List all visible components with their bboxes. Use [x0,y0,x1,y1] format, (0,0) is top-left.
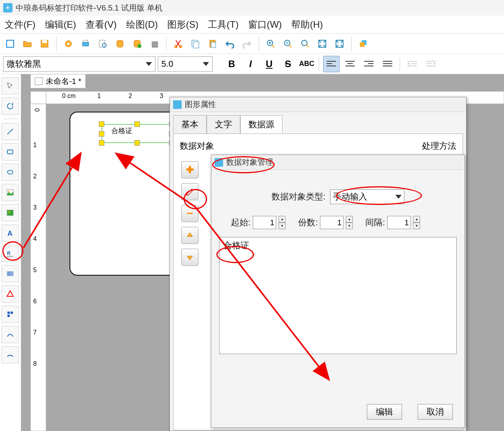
spin-down[interactable]: ▼ [346,223,353,229]
bold-button[interactable]: B [223,56,240,72]
database-refresh-button[interactable] [130,37,144,51]
menu-edit[interactable]: 编辑(E) [45,18,76,31]
resize-handle[interactable] [134,121,140,127]
underline-button[interactable]: U [261,56,277,72]
svg-point-30 [8,211,10,213]
undo-button[interactable] [223,37,237,51]
menu-view[interactable]: 查看(V) [86,18,117,31]
align-center-button[interactable] [342,56,358,72]
ellipse-tool[interactable] [2,164,19,181]
copy-button[interactable] [188,37,202,51]
spin-down[interactable]: ▼ [413,223,420,229]
resize-handle[interactable] [134,140,140,146]
content-text: 合格证 [223,240,249,250]
remove-object-button[interactable]: − [181,205,198,222]
start-input[interactable] [253,216,276,229]
new-button[interactable] [3,37,17,51]
spin-up[interactable]: ▲ [346,216,353,223]
text-effect-button[interactable]: ABC [298,56,315,72]
rotate-tool[interactable] [2,98,19,115]
arc-tool[interactable] [2,346,19,363]
move-down-button[interactable] [181,249,198,266]
menu-help[interactable]: 帮助(H) [291,18,323,31]
tab-text[interactable]: 文字 [207,115,240,134]
curve-tool[interactable] [2,326,19,343]
cancel-button[interactable]: 取消 [418,404,453,420]
dialog-title: 数据对象管理 [226,157,273,167]
dialog-titlebar[interactable]: 图形属性 [170,97,466,112]
zoom-page-button[interactable] [332,37,347,51]
zoom-actual-button[interactable] [315,37,329,51]
edit-button[interactable]: 编辑 [367,404,402,420]
menu-draw[interactable]: 绘图(D) [126,18,158,31]
add-object-button[interactable]: ✚ [181,161,198,178]
document-tab[interactable]: 未命名-1 * [30,74,86,88]
svg-point-12 [175,45,177,48]
preview-button[interactable] [96,37,110,51]
font-select[interactable]: 微软雅黑 [3,56,155,72]
content-textarea[interactable]: 合格证 [219,237,457,354]
label-canvas[interactable]: 合格证 [70,112,187,276]
indent-right-button[interactable] [423,56,439,72]
qr-tool[interactable] [2,306,19,323]
font-size-select[interactable]: 5.0 [158,56,213,72]
count-input[interactable] [320,216,343,229]
dialog-titlebar[interactable]: 数据对象管理 [211,155,465,170]
align-justify-button[interactable] [379,56,396,72]
resize-handle[interactable] [99,140,104,146]
menu-tool[interactable]: 工具(T) [208,18,239,31]
menu-file[interactable]: 文件(F) [5,18,36,31]
layers-button[interactable] [356,37,370,51]
picture-tool[interactable] [2,204,19,221]
edit-object-button[interactable] [181,183,198,200]
italic-button[interactable]: I [242,56,259,72]
save-button[interactable] [38,37,52,51]
dialog-icon [214,158,223,167]
move-up-button[interactable] [181,227,198,244]
line-tool[interactable] [2,123,19,140]
tab-datasource[interactable]: 数据源 [240,115,282,134]
text-tool[interactable]: A [2,224,19,242]
shape-tool[interactable] [2,285,19,303]
rect-tool[interactable] [2,143,19,160]
indent-left-button[interactable] [404,56,420,72]
svg-rect-2 [42,40,47,43]
main-toolbar: ▦ [0,34,504,54]
align-left-button[interactable] [323,56,340,72]
title-bar: ✦ 中琅条码标签打印软件-V6.5.1 试用版 单机 [0,0,504,16]
spin-down[interactable]: ▼ [279,223,286,229]
zoom-out-button[interactable] [281,37,295,51]
settings-button[interactable] [61,37,75,51]
open-button[interactable] [20,37,34,51]
align-right-button[interactable] [361,56,377,72]
spin-up[interactable]: ▲ [279,216,286,223]
resize-handle[interactable] [99,131,104,137]
svg-rect-15 [193,42,199,48]
pointer-tool[interactable] [2,77,19,94]
redo-button[interactable] [240,37,254,51]
strike-button[interactable]: S [280,56,296,72]
paste-button[interactable] [206,37,220,51]
barcode-tool[interactable] [2,265,19,282]
svg-rect-0 [7,40,14,47]
zoom-fit-button[interactable] [298,37,312,51]
database-button[interactable] [113,37,127,51]
svg-rect-33 [7,312,10,314]
svg-rect-34 [11,312,13,314]
menu-shape[interactable]: 图形(S) [167,18,198,31]
print-button[interactable] [79,37,93,51]
gap-input[interactable] [387,216,411,229]
tab-basic[interactable]: 基本 [173,115,207,134]
menu-window[interactable]: 窗口(W) [248,18,282,31]
type-label: 数据对象类型: [272,191,325,203]
grid-button[interactable]: ▦ [147,37,161,51]
type-combo[interactable]: 手动输入 [330,189,404,204]
selected-text-object[interactable]: 合格证 [102,124,172,143]
image-tool[interactable] [2,184,19,201]
zoom-in-button[interactable] [264,37,278,51]
svg-text:A: A [7,230,13,237]
resize-handle[interactable] [99,121,104,127]
spin-up[interactable]: ▲ [413,216,420,223]
cut-button[interactable] [171,37,185,51]
richtext-tool[interactable]: R [2,245,19,262]
